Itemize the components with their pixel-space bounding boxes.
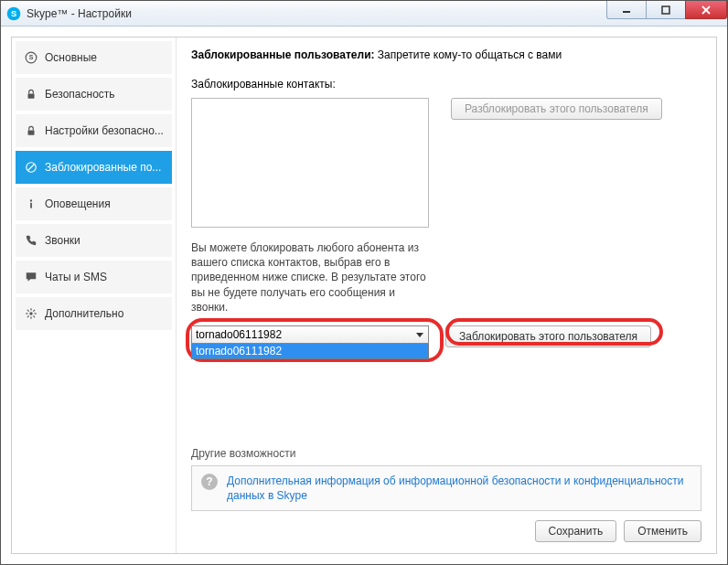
sidebar-item-notifications[interactable]: Оповещения [16,187,172,220]
other-options: Другие возможности ? Дополнительная инфо… [191,438,701,542]
sidebar-item-label: Чаты и SMS [45,271,107,283]
block-description: Вы можете блокировать любого абонента из… [191,240,429,314]
svg-line-22 [33,310,35,312]
sidebar-item-chats-sms[interactable]: Чаты и SMS [16,261,172,293]
sidebar-item-label: Звонки [45,234,80,247]
pane-heading-bold: Заблокированные пользователи: [191,48,375,61]
titlebar: S Skype™ - Настройки [1,1,727,27]
info-box: ? Дополнительная информация об информаци… [191,465,701,511]
pane-heading: Заблокированные пользователи: Запретите … [191,48,701,61]
block-button[interactable]: Заблокировать этого пользователя [445,325,651,347]
svg-rect-13 [30,203,32,208]
settings-pane: Заблокированные пользователи: Запретите … [177,37,716,553]
privacy-info-link[interactable]: Дополнительная информация об информацион… [227,474,691,503]
unblock-button[interactable]: Разблокировать этого пользователя [451,98,662,120]
blocked-contacts-list[interactable] [191,98,429,228]
svg-text:S: S [29,54,34,60]
pane-heading-sub: Запретите кому-то общаться с вами [375,48,562,61]
settings-dialog: S Основные Безопасность Настройки безопа… [11,37,717,554]
svg-rect-3 [662,6,669,14]
svg-text:S: S [11,9,16,18]
contact-select-option[interactable]: tornado06111982 [192,344,428,358]
sidebar-item-blocked[interactable]: Заблокированные по... [16,151,172,184]
svg-line-11 [28,165,35,171]
sidebar-item-general[interactable]: S Основные [16,41,172,74]
sidebar-item-security-settings[interactable]: Настройки безопасно... [16,114,172,147]
maximize-button[interactable] [646,1,686,19]
lock-icon [25,124,37,137]
sidebar-item-calls[interactable]: Звонки [16,224,172,257]
blocked-contacts-label: Заблокированные контакты: [191,78,701,91]
svg-rect-8 [28,93,35,98]
sidebar: S Основные Безопасность Настройки безопа… [12,37,177,553]
cancel-button[interactable]: Отменить [624,520,701,542]
sidebar-item-label: Основные [45,51,97,64]
window-buttons [607,1,727,19]
svg-line-20 [33,315,35,317]
svg-rect-9 [28,130,35,134]
help-icon: ? [201,474,218,490]
contact-select[interactable]: tornado06111982 [191,325,429,344]
minimize-button[interactable] [606,1,647,19]
sidebar-item-label: Заблокированные по... [45,161,161,174]
skype-icon: S [6,6,21,21]
svg-point-14 [29,312,33,315]
gear-icon [25,307,37,320]
sidebar-item-label: Безопасность [45,88,115,101]
chat-icon [25,271,37,283]
block-icon [25,161,37,174]
info-icon [25,197,37,210]
contact-select-value: tornado06111982 [196,328,282,341]
svg-line-21 [27,315,29,317]
window-title: Skype™ - Настройки [27,7,132,20]
sidebar-item-label: Дополнительно [45,307,123,320]
contact-select-dropdown[interactable]: tornado06111982 [191,344,429,359]
sidebar-item-label: Оповещения [45,197,111,210]
sidebar-item-label: Настройки безопасно... [45,124,164,137]
sidebar-item-security[interactable]: Безопасность [16,78,172,111]
other-options-title: Другие возможности [191,447,701,460]
dialog-footer: Сохранить Отменить [191,520,701,542]
close-button[interactable] [685,1,727,19]
skype-small-icon: S [25,51,37,64]
svg-point-12 [30,199,32,201]
svg-line-19 [27,310,29,312]
lock-icon [25,88,37,101]
block-controls-row: tornado06111982 tornado06111982 Заблокир… [191,325,701,359]
save-button[interactable]: Сохранить [535,520,617,542]
sidebar-item-advanced[interactable]: Дополнительно [16,297,172,330]
phone-icon [25,234,37,247]
